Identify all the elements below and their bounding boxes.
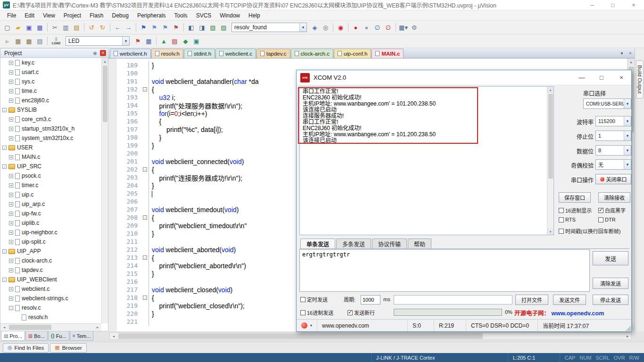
send-tab-[interactable]: 帮助 bbox=[408, 239, 431, 249]
menu-tools[interactable]: Tools bbox=[170, 11, 192, 20]
pack-installer-icon[interactable]: ▣ bbox=[191, 36, 202, 46]
tree-item-uip-src[interactable]: -UIP_SRC bbox=[0, 162, 101, 171]
tab-clock-arch-c[interactable]: clock-arch.c bbox=[291, 49, 333, 58]
expand-icon[interactable]: + bbox=[9, 80, 13, 84]
collapse-icon[interactable]: - bbox=[2, 165, 7, 169]
find-in-files-icon[interactable]: ◈ bbox=[309, 23, 320, 33]
fold-icon[interactable]: - bbox=[143, 87, 147, 91]
scroll-down-icon[interactable]: ▾ bbox=[547, 229, 553, 235]
tree-item-syslib[interactable]: -SYSLIB bbox=[0, 105, 101, 115]
expand-icon[interactable]: + bbox=[9, 193, 13, 197]
indent-icon[interactable]: ◨ bbox=[197, 23, 207, 33]
tab-resolv-h[interactable]: resolv.h bbox=[151, 49, 183, 58]
templates-tab[interactable]: ≡Tem... bbox=[70, 331, 94, 341]
uncomment-icon[interactable]: ▨ bbox=[218, 23, 229, 33]
port-combo[interactable]: COM9:USB-SERIAL ▾ bbox=[583, 99, 631, 109]
send-tab-[interactable]: 多条发送 bbox=[336, 239, 371, 249]
fold-icon[interactable]: - bbox=[143, 167, 147, 172]
period-input[interactable] bbox=[361, 295, 380, 304]
send-input[interactable]: ergtrgtrgtrgtr bbox=[299, 249, 590, 292]
fold-icon[interactable]: - bbox=[143, 215, 147, 220]
site-link[interactable]: www.openedv.com bbox=[552, 310, 604, 317]
tree-item-psock-c[interactable]: +psock.c bbox=[0, 171, 101, 181]
xcom-minimize-button[interactable]: — bbox=[572, 70, 592, 85]
fold-icon[interactable]: - bbox=[143, 255, 147, 260]
expand-icon[interactable]: + bbox=[9, 155, 13, 159]
bookmark-toggle-icon[interactable]: ⚑ bbox=[138, 23, 149, 33]
collapse-icon[interactable]: - bbox=[2, 108, 7, 112]
tab-uip-conf-h[interactable]: uip-conf.h bbox=[334, 49, 372, 58]
send-tab-[interactable]: 单条发送 bbox=[300, 239, 335, 249]
tree-item-uip-app[interactable]: -UIP_APP bbox=[0, 247, 101, 256]
collapse-icon[interactable]: - bbox=[2, 146, 7, 150]
window-layout-icon[interactable]: ▦▾ bbox=[398, 23, 409, 33]
pin-icon[interactable]: ◉ bbox=[93, 50, 97, 56]
scroll-left-icon[interactable]: ◂ bbox=[0, 325, 8, 329]
find-in-files-tab[interactable]: ◎Find In Files bbox=[3, 343, 49, 353]
redo-icon[interactable]: ↻ bbox=[97, 23, 108, 33]
fold-icon[interactable]: - bbox=[143, 296, 147, 300]
expand-icon[interactable]: + bbox=[9, 136, 13, 140]
expand-icon[interactable]: + bbox=[9, 89, 13, 93]
tree-item-enc28j60-c[interactable]: +enc28j60.c bbox=[0, 96, 101, 105]
tree-item-webclient-c[interactable]: +webclient.c bbox=[0, 284, 101, 294]
scrollbar-thumb[interactable] bbox=[118, 333, 483, 339]
tree-item-usart-c[interactable]: +usart.c bbox=[0, 67, 101, 77]
close-button[interactable]: × bbox=[623, 0, 644, 10]
hex-send-checkbox[interactable] bbox=[300, 310, 305, 315]
menu-svcs[interactable]: SVCS bbox=[192, 11, 216, 20]
chevron-down-icon[interactable]: ▾ bbox=[299, 23, 306, 32]
batch-build-icon[interactable]: ▤ bbox=[34, 36, 45, 46]
build-icon[interactable]: ▦ bbox=[13, 36, 24, 46]
xcom-title-bar[interactable]: ATK XCOM V2.0 — □ × bbox=[297, 70, 631, 85]
expand-icon[interactable]: + bbox=[9, 259, 13, 263]
expand-icon[interactable]: + bbox=[9, 287, 13, 291]
menu-window[interactable]: Window bbox=[215, 11, 244, 20]
save-all-icon[interactable]: ▦ bbox=[34, 23, 45, 33]
scrollbar-thumb[interactable] bbox=[9, 325, 51, 330]
newline-send-checkbox[interactable] bbox=[347, 310, 353, 315]
tree-item-clock-arch-c[interactable]: +clock-arch.c bbox=[0, 256, 101, 265]
copy-icon[interactable]: ▥ bbox=[60, 23, 71, 33]
tree-item-uiplib-c[interactable]: +uiplib.c bbox=[0, 218, 101, 228]
project-vertical-scrollbar[interactable]: ▴ bbox=[101, 58, 108, 323]
tree-item-timer-c[interactable]: +timer.c bbox=[0, 181, 101, 190]
chevron-down-icon[interactable]: ▾ bbox=[310, 323, 312, 328]
clear-receive-button[interactable]: 清除接收 bbox=[598, 192, 630, 203]
xcom-maximize-button[interactable]: □ bbox=[592, 70, 611, 85]
chevron-down-icon[interactable]: ▾ bbox=[624, 146, 631, 155]
breakpoint-disable-all-icon[interactable]: ∅ bbox=[372, 23, 383, 33]
bookmark-next-icon[interactable]: ⚑ bbox=[160, 23, 171, 33]
send-tab-[interactable]: 协议传输 bbox=[372, 239, 407, 249]
send-file-button[interactable]: 发送文件 bbox=[553, 295, 586, 305]
menu-flash[interactable]: Flash bbox=[85, 11, 107, 20]
tree-item-webclient-strings-c[interactable]: +webclient-strings.c bbox=[0, 294, 101, 303]
tree-item-uip-c[interactable]: +uip.c bbox=[0, 190, 101, 199]
resize-grip[interactable] bbox=[626, 326, 631, 331]
collapse-icon[interactable]: - bbox=[2, 249, 7, 254]
expand-icon[interactable]: + bbox=[9, 202, 13, 206]
white-bg-checkbox[interactable] bbox=[598, 208, 603, 213]
scroll-up-icon[interactable]: ▴ bbox=[102, 58, 108, 65]
hex-display-checkbox[interactable] bbox=[559, 208, 564, 213]
save-window-button[interactable]: 保存窗口 bbox=[559, 192, 591, 203]
nav-back-icon[interactable]: ← bbox=[112, 23, 123, 33]
menu-peripherals[interactable]: Peripherals bbox=[133, 11, 170, 20]
configure-icon[interactable]: ⚙ bbox=[409, 23, 420, 33]
tree-item-tapdev-c[interactable]: +tapdev.c bbox=[0, 265, 101, 275]
configuration-wizard-icon[interactable]: ◆ bbox=[180, 36, 191, 46]
download-icon[interactable]: ⇩ LOAD bbox=[50, 36, 63, 47]
menu-view[interactable]: View bbox=[39, 11, 59, 20]
expand-icon[interactable]: + bbox=[9, 240, 13, 244]
tree-item-core-cm3-c[interactable]: +core_cm3.c bbox=[0, 115, 101, 124]
serial-output-area[interactable]: 串口工作正常!ENC28J60 初始化成功!主机IP地址: www.wanban… bbox=[299, 86, 554, 235]
tree-item-uip-neighbor-c[interactable]: +uip-neighbor.c bbox=[0, 228, 101, 237]
open-file-button[interactable]: 打开文件 bbox=[515, 295, 548, 305]
undo-icon[interactable]: ↺ bbox=[86, 23, 97, 33]
expand-icon[interactable]: + bbox=[9, 183, 13, 188]
tab-webclient-c[interactable]: webclient.c bbox=[215, 49, 256, 58]
paste-icon[interactable]: ▤ bbox=[71, 23, 82, 33]
chevron-down-icon[interactable]: ▾ bbox=[624, 160, 631, 169]
scrollbar-thumb[interactable] bbox=[103, 66, 107, 122]
collapse-icon[interactable]: - bbox=[9, 306, 13, 310]
